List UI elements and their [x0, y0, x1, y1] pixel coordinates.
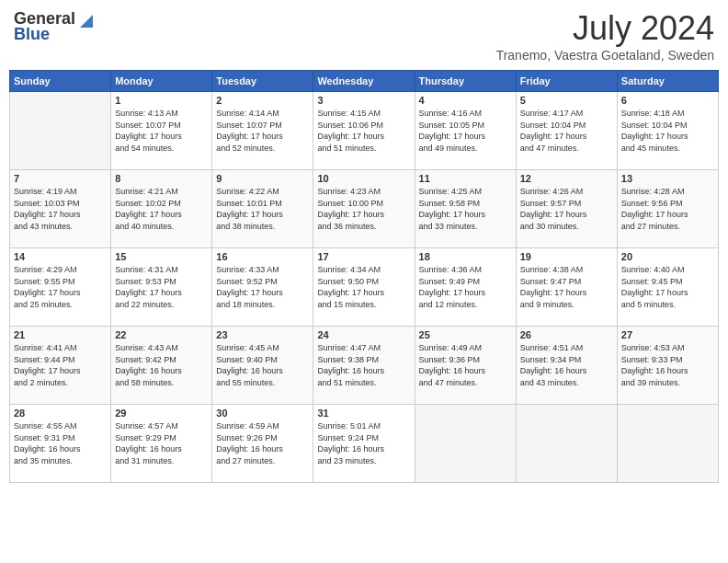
- day-info: Sunrise: 4:22 AM Sunset: 10:01 PM Daylig…: [216, 186, 309, 232]
- day-info: Sunrise: 4:49 AM Sunset: 9:36 PM Dayligh…: [419, 342, 512, 388]
- day-info: Sunrise: 4:15 AM Sunset: 10:06 PM Daylig…: [317, 108, 410, 154]
- week-row-3: 21Sunrise: 4:41 AM Sunset: 9:44 PM Dayli…: [10, 327, 719, 405]
- calendar-cell: 29Sunrise: 4:57 AM Sunset: 9:29 PM Dayli…: [111, 405, 212, 483]
- day-number: 11: [419, 173, 512, 184]
- day-info: Sunrise: 4:38 AM Sunset: 9:47 PM Dayligh…: [520, 264, 613, 310]
- day-header-friday: Friday: [516, 71, 617, 92]
- week-row-0: 1Sunrise: 4:13 AM Sunset: 10:07 PM Dayli…: [10, 92, 719, 170]
- page-header: General Blue July 2024 Tranemo, Vaestra …: [9, 9, 719, 63]
- calendar-cell: 5Sunrise: 4:17 AM Sunset: 10:04 PM Dayli…: [516, 92, 617, 170]
- week-row-1: 7Sunrise: 4:19 AM Sunset: 10:03 PM Dayli…: [10, 170, 719, 248]
- day-number: 25: [419, 329, 512, 340]
- day-number: 8: [115, 173, 208, 184]
- day-number: 6: [621, 95, 714, 106]
- calendar-cell: 27Sunrise: 4:53 AM Sunset: 9:33 PM Dayli…: [617, 327, 718, 405]
- calendar-cell: 3Sunrise: 4:15 AM Sunset: 10:06 PM Dayli…: [313, 92, 415, 170]
- calendar-table: SundayMondayTuesdayWednesdayThursdayFrid…: [9, 70, 719, 483]
- day-info: Sunrise: 4:45 AM Sunset: 9:40 PM Dayligh…: [216, 342, 309, 388]
- day-number: 31: [317, 408, 410, 419]
- day-info: Sunrise: 4:55 AM Sunset: 9:31 PM Dayligh…: [14, 420, 107, 466]
- calendar-cell: 12Sunrise: 4:26 AM Sunset: 9:57 PM Dayli…: [516, 170, 617, 248]
- day-info: Sunrise: 4:26 AM Sunset: 9:57 PM Dayligh…: [520, 186, 613, 232]
- calendar-cell: 13Sunrise: 4:28 AM Sunset: 9:56 PM Dayli…: [617, 170, 718, 248]
- day-info: Sunrise: 4:18 AM Sunset: 10:04 PM Daylig…: [621, 108, 714, 154]
- week-row-2: 14Sunrise: 4:29 AM Sunset: 9:55 PM Dayli…: [10, 248, 719, 327]
- logo-arrow-icon: [76, 11, 93, 28]
- day-number: 23: [216, 329, 309, 340]
- calendar-cell: 22Sunrise: 4:43 AM Sunset: 9:42 PM Dayli…: [111, 327, 212, 405]
- day-number: 16: [216, 251, 309, 262]
- title-section: July 2024 Tranemo, Vaestra Goetaland, Sw…: [496, 9, 714, 63]
- day-info: Sunrise: 4:34 AM Sunset: 9:50 PM Dayligh…: [317, 264, 410, 310]
- calendar-cell: [617, 405, 718, 483]
- calendar-cell: 19Sunrise: 4:38 AM Sunset: 9:47 PM Dayli…: [516, 248, 617, 327]
- day-number: 12: [520, 173, 613, 184]
- day-info: Sunrise: 4:36 AM Sunset: 9:49 PM Dayligh…: [419, 264, 512, 310]
- calendar-cell: 28Sunrise: 4:55 AM Sunset: 9:31 PM Dayli…: [10, 405, 111, 483]
- day-number: 13: [621, 173, 714, 184]
- calendar-cell: 24Sunrise: 4:47 AM Sunset: 9:38 PM Dayli…: [313, 327, 415, 405]
- day-info: Sunrise: 4:29 AM Sunset: 9:55 PM Dayligh…: [14, 264, 107, 310]
- month-title: July 2024: [496, 9, 714, 48]
- calendar-cell: 18Sunrise: 4:36 AM Sunset: 9:49 PM Dayli…: [415, 248, 516, 327]
- day-header-thursday: Thursday: [415, 71, 516, 92]
- day-info: Sunrise: 4:41 AM Sunset: 9:44 PM Dayligh…: [14, 342, 107, 388]
- day-number: 21: [14, 329, 107, 340]
- calendar-cell: 25Sunrise: 4:49 AM Sunset: 9:36 PM Dayli…: [415, 327, 516, 405]
- calendar-cell: 11Sunrise: 4:25 AM Sunset: 9:58 PM Dayli…: [415, 170, 516, 248]
- calendar-cell: 16Sunrise: 4:33 AM Sunset: 9:52 PM Dayli…: [212, 248, 313, 327]
- week-row-4: 28Sunrise: 4:55 AM Sunset: 9:31 PM Dayli…: [10, 405, 719, 483]
- svg-marker-0: [80, 15, 93, 28]
- day-info: Sunrise: 4:31 AM Sunset: 9:53 PM Dayligh…: [115, 264, 208, 310]
- day-number: 20: [621, 251, 714, 262]
- calendar-cell: [415, 405, 516, 483]
- day-info: Sunrise: 4:40 AM Sunset: 9:45 PM Dayligh…: [621, 264, 714, 310]
- day-info: Sunrise: 4:17 AM Sunset: 10:04 PM Daylig…: [520, 108, 613, 154]
- calendar-cell: 6Sunrise: 4:18 AM Sunset: 10:04 PM Dayli…: [617, 92, 718, 170]
- calendar-cell: 30Sunrise: 4:59 AM Sunset: 9:26 PM Dayli…: [212, 405, 313, 483]
- day-number: 2: [216, 95, 309, 106]
- day-info: Sunrise: 4:16 AM Sunset: 10:05 PM Daylig…: [419, 108, 512, 154]
- calendar-cell: 15Sunrise: 4:31 AM Sunset: 9:53 PM Dayli…: [111, 248, 212, 327]
- calendar-cell: 9Sunrise: 4:22 AM Sunset: 10:01 PM Dayli…: [212, 170, 313, 248]
- day-number: 14: [14, 251, 107, 262]
- calendar-cell: [10, 92, 111, 170]
- calendar-cell: 26Sunrise: 4:51 AM Sunset: 9:34 PM Dayli…: [516, 327, 617, 405]
- day-header-monday: Monday: [111, 71, 212, 92]
- day-number: 27: [621, 329, 714, 340]
- day-header-tuesday: Tuesday: [212, 71, 313, 92]
- day-number: 1: [115, 95, 208, 106]
- calendar-cell: 10Sunrise: 4:23 AM Sunset: 10:00 PM Dayl…: [313, 170, 415, 248]
- day-header-saturday: Saturday: [617, 71, 718, 92]
- day-info: Sunrise: 4:14 AM Sunset: 10:07 PM Daylig…: [216, 108, 309, 154]
- calendar-cell: 7Sunrise: 4:19 AM Sunset: 10:03 PM Dayli…: [10, 170, 111, 248]
- day-info: Sunrise: 4:43 AM Sunset: 9:42 PM Dayligh…: [115, 342, 208, 388]
- calendar-cell: 8Sunrise: 4:21 AM Sunset: 10:02 PM Dayli…: [111, 170, 212, 248]
- calendar-cell: 20Sunrise: 4:40 AM Sunset: 9:45 PM Dayli…: [617, 248, 718, 327]
- day-number: 26: [520, 329, 613, 340]
- day-number: 18: [419, 251, 512, 262]
- day-info: Sunrise: 4:51 AM Sunset: 9:34 PM Dayligh…: [520, 342, 613, 388]
- day-number: 19: [520, 251, 613, 262]
- calendar-cell: 31Sunrise: 5:01 AM Sunset: 9:24 PM Dayli…: [313, 405, 415, 483]
- day-number: 4: [419, 95, 512, 106]
- day-info: Sunrise: 4:28 AM Sunset: 9:56 PM Dayligh…: [621, 186, 714, 232]
- calendar-cell: 14Sunrise: 4:29 AM Sunset: 9:55 PM Dayli…: [10, 248, 111, 327]
- day-number: 15: [115, 251, 208, 262]
- day-info: Sunrise: 4:47 AM Sunset: 9:38 PM Dayligh…: [317, 342, 410, 388]
- day-number: 5: [520, 95, 613, 106]
- day-info: Sunrise: 4:57 AM Sunset: 9:29 PM Dayligh…: [115, 420, 208, 466]
- day-info: Sunrise: 4:13 AM Sunset: 10:07 PM Daylig…: [115, 108, 208, 154]
- day-number: 9: [216, 173, 309, 184]
- calendar-cell: 17Sunrise: 4:34 AM Sunset: 9:50 PM Dayli…: [313, 248, 415, 327]
- day-info: Sunrise: 4:33 AM Sunset: 9:52 PM Dayligh…: [216, 264, 309, 310]
- day-info: Sunrise: 4:53 AM Sunset: 9:33 PM Dayligh…: [621, 342, 714, 388]
- logo: General Blue: [14, 9, 94, 44]
- day-info: Sunrise: 4:23 AM Sunset: 10:00 PM Daylig…: [317, 186, 410, 232]
- day-header-sunday: Sunday: [10, 71, 111, 92]
- calendar-cell: 23Sunrise: 4:45 AM Sunset: 9:40 PM Dayli…: [212, 327, 313, 405]
- day-number: 29: [115, 408, 208, 419]
- day-number: 7: [14, 173, 107, 184]
- day-number: 22: [115, 329, 208, 340]
- calendar-cell: 4Sunrise: 4:16 AM Sunset: 10:05 PM Dayli…: [415, 92, 516, 170]
